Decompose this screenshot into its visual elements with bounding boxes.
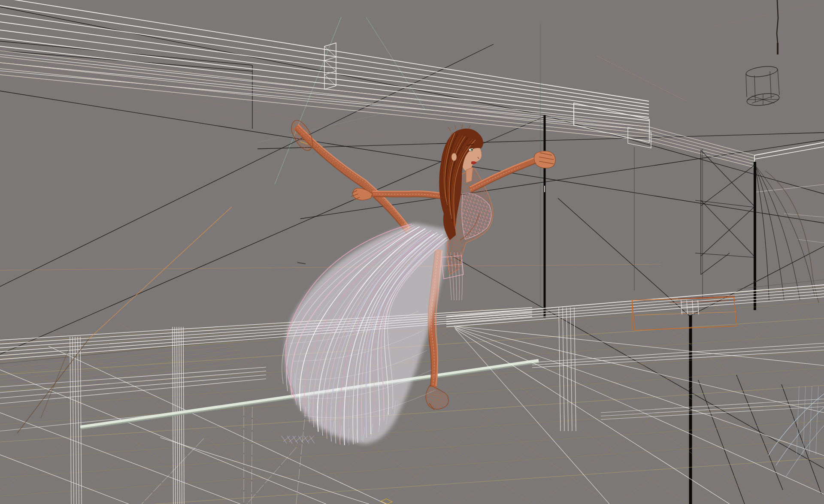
eye-pupil bbox=[472, 149, 473, 150]
viewport-3d[interactable] bbox=[0, 0, 824, 504]
ear bbox=[451, 153, 457, 161]
wireframe-scene bbox=[0, 0, 824, 504]
